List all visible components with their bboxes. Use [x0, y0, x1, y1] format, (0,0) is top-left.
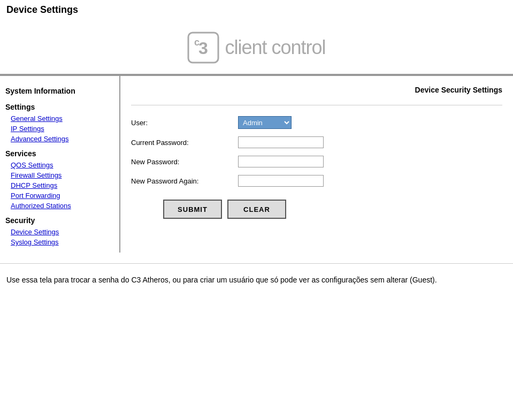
sidebar-item-general-settings[interactable]: General Settings: [0, 113, 119, 124]
new-password-input[interactable]: [238, 156, 324, 167]
svg-text:3: 3: [199, 39, 209, 58]
brand-logo-icon: 3 c: [187, 32, 219, 64]
new-password-again-row: New Password Again:: [131, 175, 502, 187]
logo-area: 3 c client control: [0, 21, 513, 75]
brand-name: client control: [225, 36, 325, 59]
new-password-label: New Password:: [131, 158, 238, 166]
page-title: Device Settings: [0, 0, 513, 21]
logo-container: 3 c client control: [187, 32, 325, 64]
sidebar-section-services: Services: [0, 144, 119, 160]
content-area: Device Security Settings User: Admin Gue…: [120, 76, 513, 253]
sidebar-item-authorized-stations[interactable]: Authorized Stations: [0, 201, 119, 211]
current-password-input[interactable]: [238, 136, 324, 148]
sidebar-item-syslog-settings[interactable]: Syslog Settings: [0, 237, 119, 247]
main-layout: System Information Settings General Sett…: [0, 75, 513, 253]
new-password-row: New Password:: [131, 156, 502, 167]
content-header: Device Security Settings: [131, 81, 502, 105]
new-password-again-input[interactable]: [238, 175, 324, 187]
clear-button[interactable]: CLEAR: [227, 200, 286, 219]
current-password-row: Current Password:: [131, 136, 502, 148]
sidebar-item-port-forwarding[interactable]: Port Forwarding: [0, 190, 119, 201]
user-select-wrapper: Admin Guest: [238, 116, 292, 129]
security-form: User: Admin Guest Current Password: New …: [131, 116, 502, 219]
sidebar-section-system-information: System Information: [0, 81, 119, 97]
sidebar-item-ip-settings[interactable]: IP Settings: [0, 124, 119, 134]
user-label: User:: [131, 119, 238, 127]
sidebar-item-device-settings[interactable]: Device Settings: [0, 227, 119, 237]
sidebar-item-dhcp-settings[interactable]: DHCP Settings: [0, 180, 119, 190]
sidebar-item-qos-settings[interactable]: QOS Settings: [0, 160, 119, 170]
footer-text: Use essa tela para trocar a senha do C3 …: [0, 263, 513, 291]
svg-text:c: c: [194, 37, 200, 48]
sidebar-item-firewall-settings[interactable]: Firewall Settings: [0, 170, 119, 180]
sidebar-section-settings: Settings: [0, 97, 119, 113]
user-row: User: Admin Guest: [131, 116, 502, 129]
sidebar-section-security: Security: [0, 211, 119, 227]
sidebar: System Information Settings General Sett…: [0, 76, 120, 253]
current-password-label: Current Password:: [131, 139, 238, 147]
user-select[interactable]: Admin Guest: [238, 116, 292, 129]
new-password-again-label: New Password Again:: [131, 177, 238, 185]
sidebar-item-advanced-settings[interactable]: Advanced Settings: [0, 134, 119, 144]
submit-button[interactable]: SUBMIT: [163, 200, 222, 219]
buttons-row: SUBMIT CLEAR: [131, 200, 502, 219]
